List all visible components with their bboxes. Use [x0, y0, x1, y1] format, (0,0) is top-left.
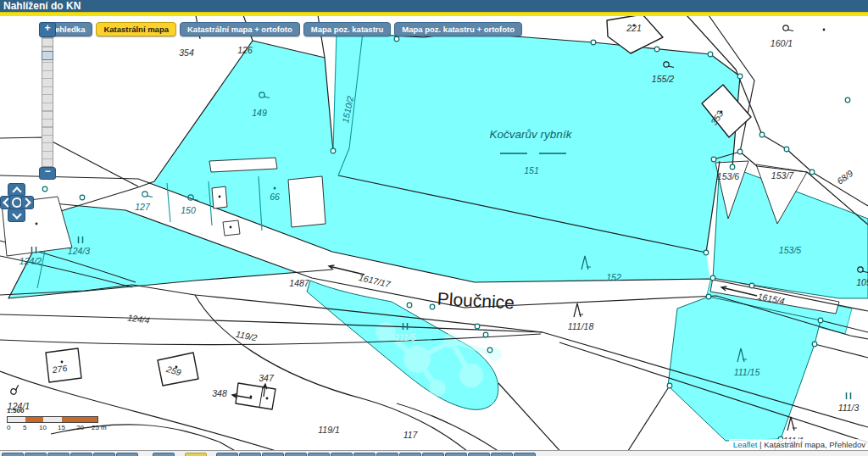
cutoff-button [399, 453, 421, 456]
cutoff-button [422, 453, 444, 456]
page-title: Nahlížení do KN [3, 0, 81, 12]
scale-ticks: 0 5 10 15 20 25 m [7, 423, 134, 431]
zoom-out-button[interactable]: − [39, 167, 56, 180]
vertex-point [331, 148, 336, 153]
vertex-point [845, 97, 850, 103]
cutoff-button [514, 453, 536, 456]
vertex-point [483, 332, 488, 337]
cutoff-button [331, 453, 353, 456]
vertex-point [407, 303, 412, 308]
attribution-layers: Katastrální mapa, Přehledov [764, 440, 865, 449]
parcel-label-111-5: 111/5 [395, 332, 416, 342]
cutoff-button [308, 453, 330, 456]
parcel-label-119-1: 119/1 [318, 425, 340, 435]
layer-button-katastralni-mapa[interactable]: Katastrální mapa [96, 22, 176, 36]
parcel-label-152: 152 [606, 272, 621, 282]
map-canvas[interactable]: 3541261491510/2Kočvarův rybník151221155/… [0, 0, 868, 456]
zoom-slider-handle[interactable] [42, 51, 53, 60]
app-window: 3541261491510/2Kočvarův rybník151221155/… [0, 0, 868, 456]
cutoff-toolbar-strip [0, 450, 868, 456]
vertex-point [42, 186, 47, 192]
parcel-label-127: 127 [135, 202, 151, 212]
parcel-label-153-6: 153/6 [717, 171, 739, 181]
vertex-point [818, 318, 823, 323]
cutoff-button [25, 453, 47, 456]
cutoff-button [285, 453, 307, 456]
pan-down-button[interactable] [8, 209, 25, 222]
scale-ratio: 1:500 [7, 407, 134, 414]
vertex-point [704, 250, 709, 255]
yellow-divider [0, 12, 868, 16]
parcel-label-150: 150 [181, 205, 196, 215]
scale-tick: 0 [7, 424, 10, 431]
cutoff-button [2, 453, 24, 456]
scale-segments [7, 416, 98, 423]
vertex-point [737, 74, 743, 79]
vertex-point [749, 283, 754, 288]
cutoff-button [262, 453, 284, 456]
vertex-point [80, 195, 85, 200]
parcel-label-151: 151 [524, 165, 539, 175]
layer-button-katastralni-mapa-ortofoto[interactable]: Katastrální mapa + ortofoto [180, 22, 300, 36]
parcel-label-221: 221 [626, 23, 642, 33]
vertex-point [708, 52, 713, 57]
vertex-point [784, 147, 789, 152]
parcel-label-153-7: 153/7 [771, 170, 794, 181]
leaflet-link[interactable]: Leaflet [733, 440, 758, 449]
vertex-point [487, 348, 492, 353]
parcel-label-Plou-nice: Ploučnice [437, 289, 515, 313]
parcel-label-347: 347 [259, 373, 275, 383]
zoom-slider[interactable] [42, 37, 53, 167]
scale-tick: 25 m [92, 424, 107, 431]
layer-toolbar: Přehledka Katastrální mapa Katastrální m… [39, 22, 522, 36]
parcel-label-111-15: 111/15 [734, 367, 760, 377]
title-bar: Nahlížení do KN [0, 0, 868, 12]
vertex-point [475, 324, 480, 329]
layer-button-mapa-poz-katastru-ortofoto[interactable]: Mapa poz. katastru + ortofoto [394, 22, 522, 36]
parcel-label-354: 354 [179, 47, 194, 58]
vertex-point [706, 294, 711, 299]
parcel-label-111-3: 111/3 [838, 403, 860, 413]
scale-bar: 1:500 0 5 10 15 20 25 m [7, 407, 134, 431]
parcel-label-124-2: 124/2 [19, 256, 42, 266]
vertex-point [711, 157, 716, 162]
vertex-point [812, 342, 817, 347]
vertex-point [394, 36, 399, 42]
parcel-label-Ko-var-v-rybn-k: Kočvarův rybník [490, 128, 573, 141]
cutoff-button [47, 453, 70, 456]
parcel-label-105: 105 [856, 277, 868, 287]
parcel-label-117: 117 [403, 430, 419, 440]
scale-tick: 10 [39, 424, 47, 431]
vertex-point [667, 383, 672, 388]
vertex-point [430, 304, 435, 309]
parcel-label-111-18: 111/18 [568, 321, 594, 331]
chevron-down-icon [12, 209, 21, 219]
parcel-label-149: 149 [252, 108, 267, 118]
circle-icon [12, 197, 22, 208]
zoom-in-button[interactable]: + [39, 22, 56, 37]
scale-tick: 5 [23, 424, 26, 431]
parcel-label-155-2: 155/2 [652, 74, 674, 84]
scale-tick: 20 [76, 424, 84, 431]
cutoff-button [93, 453, 115, 456]
layer-button-mapa-poz-katastru[interactable]: Mapa poz. katastru [303, 22, 392, 36]
map-symbol-dot [274, 187, 276, 190]
parcel-label-348: 348 [212, 388, 227, 398]
vertex-point [710, 275, 715, 281]
cutoff-button [376, 453, 398, 456]
vertex-point [654, 47, 659, 52]
vertex-point [760, 132, 765, 137]
pan-right-button[interactable] [21, 196, 34, 209]
cutoff-button [153, 453, 175, 456]
cutoff-button [491, 453, 513, 456]
cutoff-button [468, 453, 490, 456]
cutoff-button [353, 453, 376, 456]
cutoff-button [239, 453, 261, 456]
parcel-label-126: 126 [237, 45, 253, 55]
scale-tick: 15 [58, 424, 65, 431]
cutoff-button-active [185, 453, 207, 456]
attribution-separator: | [760, 440, 761, 449]
cutoff-button [116, 453, 138, 456]
parcel-label-153-5: 153/5 [779, 245, 801, 255]
cutoff-button [445, 453, 467, 456]
